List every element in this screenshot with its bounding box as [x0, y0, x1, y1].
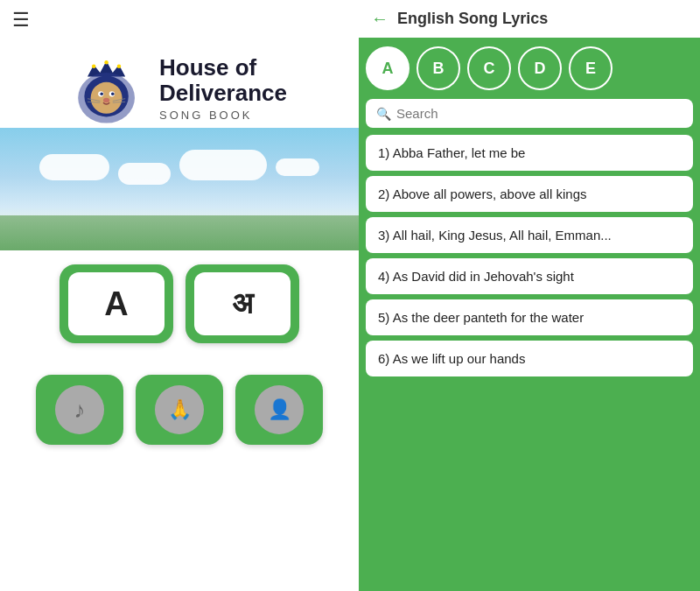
svg-point-3 [117, 65, 122, 69]
song-item-4[interactable]: 4) As David did in Jehovah's sight [366, 258, 693, 294]
svg-point-9 [100, 93, 103, 96]
cloud-1 [39, 154, 109, 180]
app-title-line2: Deliverance [159, 81, 287, 106]
hindi-lang-button[interactable]: अ [186, 264, 299, 343]
svg-point-2 [104, 60, 108, 65]
alphabet-tabs: A B C D E [359, 38, 700, 99]
search-icon: 🔍 [376, 107, 391, 121]
bottom-icons: ♪ 🙏 👤 [0, 366, 359, 454]
hamburger-icon[interactable]: ☰ [12, 9, 30, 32]
hindi-lang-label: अ [194, 272, 290, 335]
song-item-2[interactable]: 2) Above all powers, above all kings [366, 176, 693, 212]
svg-point-1 [92, 65, 96, 69]
alpha-tab-B[interactable]: B [416, 46, 460, 90]
language-buttons: A अ [0, 250, 359, 357]
ground [0, 215, 359, 250]
contact-button[interactable]: 👤 [235, 375, 323, 445]
alpha-tab-D[interactable]: D [518, 46, 562, 90]
song-item-3[interactable]: 3) All hail, King Jesus, All hail, Emman… [366, 217, 693, 253]
contact-icon: 👤 [255, 385, 304, 434]
music-icon: ♪ [55, 385, 104, 434]
left-panel: ☰ [0, 0, 359, 591]
english-lang-button[interactable]: A [60, 264, 173, 343]
prayer-icon: 🙏 [155, 385, 204, 434]
search-bar: 🔍 [366, 99, 693, 128]
music-button[interactable]: ♪ [36, 375, 123, 445]
cloud-2 [118, 163, 171, 185]
cloud-3 [179, 150, 267, 180]
app-title: House of Deliverance SONG BOOK [159, 55, 287, 122]
clouds [0, 145, 359, 185]
english-lang-label: A [68, 272, 164, 335]
app-title-line1: House of [159, 55, 256, 81]
app-subtitle: SONG BOOK [159, 109, 252, 122]
right-header: ← English Song Lyrics [359, 0, 700, 38]
cloud-4 [276, 158, 319, 176]
back-arrow-icon[interactable]: ← [371, 9, 388, 29]
alpha-tab-E[interactable]: E [569, 46, 612, 90]
song-item-1[interactable]: 1) Abba Father, let me be [366, 135, 693, 171]
song-item-5[interactable]: 5) As the deer panteth for the water [366, 299, 693, 335]
svg-point-11 [103, 98, 109, 102]
left-header: ☰ [0, 0, 359, 40]
svg-point-10 [111, 93, 115, 96]
alpha-tab-C[interactable]: C [467, 46, 511, 90]
search-input[interactable] [396, 106, 682, 121]
right-panel-title: English Song Lyrics [397, 10, 548, 28]
logo-section: House of Deliverance SONG BOOK [0, 40, 359, 128]
lion-logo [72, 49, 150, 128]
alpha-tab-A[interactable]: A [366, 46, 410, 90]
right-panel: ← English Song Lyrics A B C D E 🔍 1) Abb… [359, 0, 700, 591]
sky-banner [0, 128, 359, 250]
prayer-button[interactable]: 🙏 [136, 375, 223, 445]
songs-list: 1) Abba Father, let me be 2) Above all p… [359, 128, 700, 591]
song-item-6[interactable]: 6) As we lift up our hands [366, 341, 693, 376]
